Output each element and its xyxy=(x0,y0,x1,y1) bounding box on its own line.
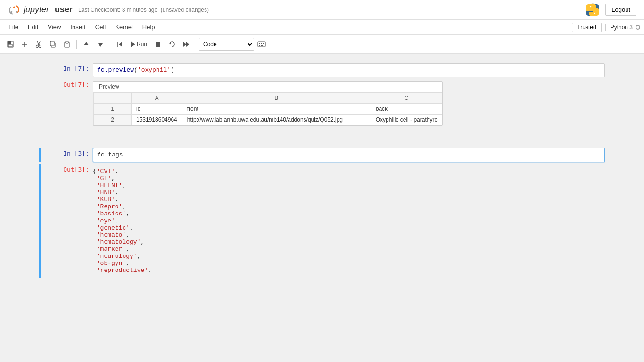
cell-1-a: id xyxy=(132,104,182,115)
preview-tab[interactable]: Preview xyxy=(93,82,125,92)
menu-view[interactable]: View xyxy=(43,22,66,33)
cell-3-out-border xyxy=(39,164,41,278)
logo-area: jupyter xyxy=(8,3,49,16)
step-back-icon xyxy=(116,41,123,48)
svg-rect-34 xyxy=(261,45,263,46)
svg-marker-20 xyxy=(84,42,89,45)
svg-line-12 xyxy=(37,44,39,45)
restart-icon xyxy=(169,41,175,48)
menu-cell[interactable]: Cell xyxy=(91,22,110,33)
kernel-info: Python 3 xyxy=(605,24,640,31)
cell-2-c: Oxyphilic cell - parathyrc xyxy=(371,115,442,125)
trusted-button[interactable]: Trusted xyxy=(572,23,601,32)
logout-button[interactable]: Logout xyxy=(605,4,636,16)
topbar-right: Logout xyxy=(586,3,636,17)
cell-1-b: front xyxy=(182,104,371,115)
paste-icon xyxy=(64,41,70,48)
move-up-button[interactable] xyxy=(80,38,93,51)
arrow-up-icon xyxy=(83,41,90,48)
svg-point-3 xyxy=(590,6,592,7)
run-prev-button[interactable] xyxy=(113,38,126,51)
interrupt-button[interactable] xyxy=(151,38,165,51)
menu-edit[interactable]: Edit xyxy=(23,22,43,33)
svg-line-15 xyxy=(39,41,40,44)
svg-rect-35 xyxy=(264,45,264,46)
jupyter-logo-icon xyxy=(8,3,21,16)
svg-point-10 xyxy=(36,45,39,47)
svg-rect-19 xyxy=(66,41,68,43)
preview-container: Preview A B C 1 xyxy=(93,81,443,126)
svg-point-1 xyxy=(10,11,12,13)
svg-rect-33 xyxy=(259,45,260,46)
svg-rect-17 xyxy=(50,41,54,46)
cell-7-output-row: Out[7]: Preview A B C xyxy=(39,79,605,129)
cell-2-b: http://www.lab.anhb.uwa.edu.au/mb140/add… xyxy=(182,115,371,125)
cell-3-output-row: Out[3]: {'CVT', 'GI', 'HEENT', 'HNB', 'K… xyxy=(39,164,605,278)
menu-file[interactable]: File xyxy=(4,22,23,33)
paste-button[interactable] xyxy=(60,38,74,51)
kernel-name: Python 3 xyxy=(611,24,633,31)
menu-kernel[interactable]: Kernel xyxy=(110,22,138,33)
cut-button[interactable] xyxy=(32,38,45,51)
preview-table: A B C 1 id front back xyxy=(93,92,442,125)
svg-marker-26 xyxy=(170,43,171,45)
col-header-c: C xyxy=(371,93,442,104)
plus-icon xyxy=(21,41,28,48)
fast-forward-icon xyxy=(183,41,190,48)
menu-help[interactable]: Help xyxy=(138,22,160,33)
row-num-2: 2 xyxy=(94,115,132,125)
cell-type-select[interactable]: Code Markdown Raw NBConvert Heading xyxy=(199,38,254,51)
svg-rect-6 xyxy=(8,41,11,44)
svg-rect-29 xyxy=(258,42,265,47)
fast-forward-button[interactable] xyxy=(180,38,193,51)
cell-2-a: 1531918604964 xyxy=(132,115,182,125)
run-button[interactable]: Run xyxy=(127,38,150,51)
code-text-3: fc.tags xyxy=(97,151,123,158)
svg-marker-24 xyxy=(131,41,135,47)
cell-7-input[interactable]: fc.preview('oxyphil') xyxy=(93,63,605,77)
svg-rect-25 xyxy=(156,42,160,47)
svg-point-0 xyxy=(13,6,15,8)
notebook-area: In [7]: fc.preview('oxyphil') Out[7]: Pr… xyxy=(0,54,644,362)
arrow-down-icon xyxy=(97,41,104,48)
cell-7-input-prompt: In [7]: xyxy=(41,63,93,72)
cell-3-input-row: In [3]: fc.tags xyxy=(39,148,605,162)
cell-7-output: Preview A B C 1 xyxy=(93,79,605,129)
menubar-right: Trusted Python 3 xyxy=(572,23,640,32)
move-down-button[interactable] xyxy=(94,38,107,51)
copy-button[interactable] xyxy=(46,38,59,51)
svg-point-2 xyxy=(16,11,18,13)
cell-3: In [3]: fc.tags Out[3]: {'CVT', 'GI', 'H… xyxy=(30,148,614,278)
svg-point-11 xyxy=(39,45,41,47)
keyboard-shortcuts-button[interactable] xyxy=(255,38,268,51)
keyboard-icon xyxy=(257,41,266,47)
cell-7-output-prompt: Out[7]: xyxy=(41,79,93,88)
save-button[interactable] xyxy=(4,38,17,51)
svg-point-4 xyxy=(594,12,595,14)
python-logo-icon xyxy=(586,3,600,17)
save-icon xyxy=(7,41,14,48)
cell-7: In [7]: fc.preview('oxyphil') Out[7]: Pr… xyxy=(30,63,614,129)
scissors-icon xyxy=(35,41,42,48)
menu-insert[interactable]: Insert xyxy=(66,22,91,33)
stop-icon xyxy=(155,41,161,47)
svg-line-14 xyxy=(37,41,39,44)
play-icon xyxy=(131,41,135,47)
add-cell-button[interactable] xyxy=(18,38,31,51)
separator-1 xyxy=(76,40,77,49)
cell-3-input[interactable]: fc.tags xyxy=(93,148,605,162)
cell-3-output-prompt: Out[3]: xyxy=(41,164,93,173)
svg-rect-32 xyxy=(263,43,264,44)
svg-marker-28 xyxy=(186,42,189,47)
output-tags-text: {'CVT', 'GI', 'HEENT', 'HNB', 'KUB', 'Re… xyxy=(93,166,605,276)
svg-rect-30 xyxy=(259,43,260,44)
svg-rect-31 xyxy=(261,43,262,44)
cell-3-output: {'CVT', 'GI', 'HEENT', 'HNB', 'KUB', 'Re… xyxy=(93,164,605,278)
svg-rect-7 xyxy=(8,44,12,47)
table-row: 1 id front back xyxy=(94,104,442,115)
separator-2 xyxy=(110,40,110,49)
col-header-a: A xyxy=(132,93,182,104)
col-header-index xyxy=(94,93,132,104)
restart-button[interactable] xyxy=(165,38,179,51)
notebook-name: user xyxy=(55,5,73,15)
